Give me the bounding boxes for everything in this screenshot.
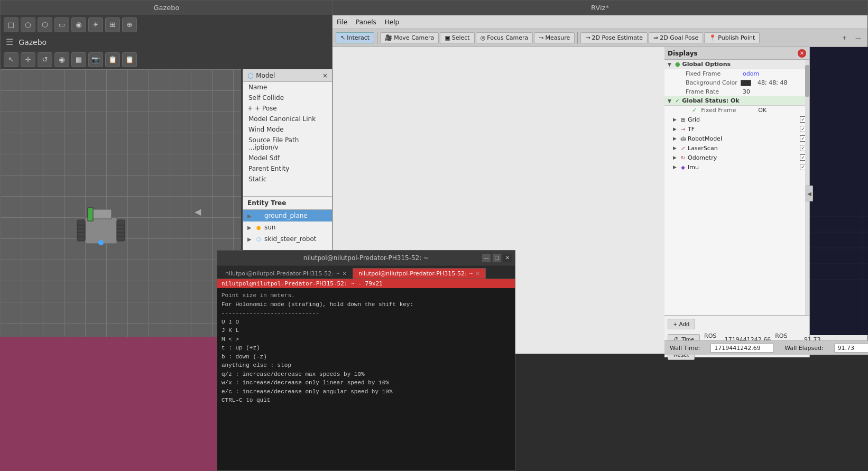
- frame-rate-value[interactable]: 30: [743, 88, 750, 95]
- terminal-content[interactable]: Point size in meters. For Holonomic mode…: [217, 288, 515, 465]
- gazebo-app-titlebar: ☰ Gazebo: [1, 34, 333, 50]
- terminal-tab-1-close[interactable]: ✕: [343, 271, 347, 276]
- rviz-panel-collapse-arrow[interactable]: ◀: [806, 186, 813, 201]
- terminal-line-10: b : down (-z): [221, 353, 511, 362]
- toolbar-sun-btn[interactable]: ☀: [88, 17, 103, 32]
- model-item-parent-entity[interactable]: Parent Entity: [243, 163, 332, 174]
- tool-measure-label: Measure: [546, 34, 570, 41]
- model-item-source-file[interactable]: Source File Path ...iption/v: [243, 135, 332, 153]
- model-item-static[interactable]: Static: [243, 174, 332, 184]
- model-item-wind-mode[interactable]: Wind Mode: [243, 124, 332, 135]
- fixed-frame-key: Fixed Frame: [686, 70, 738, 77]
- display-item-grid[interactable]: ▶ ⊞ Grid: [664, 115, 809, 124]
- terminal-maximize-button[interactable]: □: [493, 254, 501, 262]
- terminal-line-1: Point size in meters.: [221, 291, 511, 300]
- toolbar-plus-btn[interactable]: ⊕: [122, 17, 137, 32]
- frame-rate-key: Frame Rate: [686, 88, 738, 95]
- imu-icon: ◆: [679, 163, 687, 171]
- entity-item-sun[interactable]: ▶ ● sun: [243, 221, 332, 233]
- toolbar-copy-btn[interactable]: 📋: [105, 52, 120, 67]
- toolbar-select-btn[interactable]: ↖: [4, 52, 19, 67]
- terminal-window-buttons: — □ ✕: [482, 254, 512, 262]
- display-item-odometry[interactable]: ▶ ↻ Odometry: [664, 153, 809, 162]
- fixed-frame-value[interactable]: odom: [743, 70, 759, 77]
- global-status-label: Global Status: Ok: [682, 97, 739, 104]
- add-icon: +: [673, 321, 677, 327]
- model-panel-close-icon[interactable]: ×: [322, 72, 328, 79]
- entity-item-robot[interactable]: ▶ ⬡ skid_steer_robot: [243, 233, 332, 245]
- model-item-pose[interactable]: + + Pose: [243, 103, 332, 114]
- rviz-3d-viewport[interactable]: [810, 47, 868, 335]
- tool-2d-pose[interactable]: → 2D Pose Estimate: [580, 32, 648, 43]
- toolbar-scale-btn[interactable]: ◉: [54, 52, 69, 67]
- displays-scrollbar[interactable]: [805, 60, 809, 348]
- odometry-label: Odometry: [688, 154, 799, 161]
- entity-item-ground-plane[interactable]: ▶ ⬡ ground_plane: [243, 210, 332, 221]
- add-display-button[interactable]: + Add: [668, 319, 695, 329]
- fixed-frame-row: Fixed Frame odom: [664, 69, 809, 78]
- bg-color-swatch[interactable]: [741, 80, 751, 86]
- displays-panel: Displays ✕ ▼ ● Global Options Fixed Fram…: [664, 47, 810, 335]
- entity-tree-header: Entity Tree: [243, 197, 332, 210]
- display-item-robotmodel[interactable]: ▶ 🤖 RobotModel: [664, 134, 809, 143]
- gazebo-viewport[interactable]: [1, 69, 241, 349]
- rviz-add-icon[interactable]: +: [839, 33, 850, 42]
- terminal-tab-2-close[interactable]: ✕: [476, 271, 480, 276]
- bg-color-row: Background Color 48; 48; 48: [664, 78, 809, 87]
- tool-measure[interactable]: ⊸ Measure: [534, 32, 575, 43]
- menu-panels[interactable]: Panels: [356, 19, 376, 26]
- laserscan-expand-icon: ▶: [673, 145, 678, 151]
- tool-interact[interactable]: ↖ Interact: [336, 32, 374, 43]
- tool-publish-point[interactable]: 📍 Publish Point: [704, 32, 760, 43]
- panel-collapse-arrow[interactable]: ◀: [195, 207, 201, 217]
- entity-label-robot: skid_steer_robot: [264, 235, 316, 243]
- tool-select-label: Select: [452, 34, 470, 41]
- toolbar-grid-btn[interactable]: ⊞: [105, 17, 120, 32]
- tool-focus-camera[interactable]: ◎ Focus Camera: [476, 32, 533, 43]
- menu-file[interactable]: File: [337, 19, 347, 26]
- wall-time-label: Wall Time:: [670, 345, 700, 352]
- tool-move-camera[interactable]: 🎥 Move Camera: [380, 32, 439, 43]
- toolbar-cylinder-btn[interactable]: ⬡: [38, 17, 52, 32]
- terminal-minimize-button[interactable]: —: [482, 254, 491, 262]
- global-status-ok-icon: ✓: [675, 97, 680, 104]
- display-item-laserscan[interactable]: ▶ ⤢ LaserScan: [664, 143, 809, 153]
- displays-scrollbar-thumb[interactable]: [805, 65, 809, 97]
- tool-select[interactable]: ▣ Select: [440, 32, 474, 43]
- terminal-tab-2[interactable]: nilutpol@nilutpol-Predator-PH315-52: ~ ✕: [353, 268, 486, 279]
- toolbar-rotate-btn[interactable]: ↺: [38, 52, 52, 67]
- toolbar-light-btn[interactable]: ◉: [71, 17, 86, 32]
- tool-move-label: Move Camera: [394, 34, 434, 41]
- display-item-imu[interactable]: ▶ ◆ Imu: [664, 162, 809, 172]
- toolbar-plane-btn[interactable]: ▭: [54, 17, 69, 32]
- rviz-title: RViz*: [591, 4, 609, 12]
- terminal-close-button[interactable]: ✕: [503, 254, 512, 262]
- hamburger-menu-icon[interactable]: ☰: [6, 37, 13, 47]
- entity-label-sun: sun: [264, 224, 275, 231]
- sun-icon: ●: [255, 224, 262, 231]
- displays-close-button[interactable]: ✕: [798, 49, 806, 58]
- tf-icon: →: [679, 125, 687, 133]
- focus-camera-icon: ◎: [481, 34, 486, 41]
- model-item-self-collide[interactable]: Self Collide: [243, 93, 332, 103]
- menu-help[interactable]: Help: [385, 19, 399, 26]
- tool-2d-goal[interactable]: ⇒ 2D Goal Pose: [649, 32, 703, 43]
- global-status-section[interactable]: ▼ ✓ Global Status: Ok: [664, 96, 809, 106]
- global-options-section[interactable]: ▼ ● Global Options: [664, 60, 809, 69]
- terminal-tab-1-label: nilutpol@nilutpol-Predator-PH315-52: ~: [225, 270, 340, 277]
- toolbar-sphere-btn[interactable]: ○: [21, 17, 35, 32]
- toolbar-box-btn[interactable]: □: [4, 17, 19, 32]
- toolbar-camera-btn[interactable]: 📷: [88, 52, 103, 67]
- model-item-canonical-link[interactable]: Model Canonical Link: [243, 114, 332, 124]
- rviz-minus-icon[interactable]: —: [852, 33, 864, 42]
- toolbar-translate-btn[interactable]: ✛: [21, 52, 35, 67]
- select-icon: ▣: [445, 34, 450, 41]
- terminal-tab-1[interactable]: nilutpol@nilutpol-Predator-PH315-52: ~ ✕: [219, 268, 353, 279]
- display-item-tf[interactable]: ▶ → TF: [664, 124, 809, 134]
- model-item-sdf[interactable]: Model Sdf: [243, 153, 332, 163]
- model-item-name[interactable]: Name: [243, 82, 332, 93]
- terminal-active-title: nilutpol@nilutpol-Predator-PH315-52: ~ -…: [217, 279, 515, 288]
- tf-expand-icon: ▶: [673, 126, 678, 132]
- toolbar-paste-btn[interactable]: 📋: [122, 52, 137, 67]
- toolbar-grid2-btn[interactable]: ▦: [71, 52, 86, 67]
